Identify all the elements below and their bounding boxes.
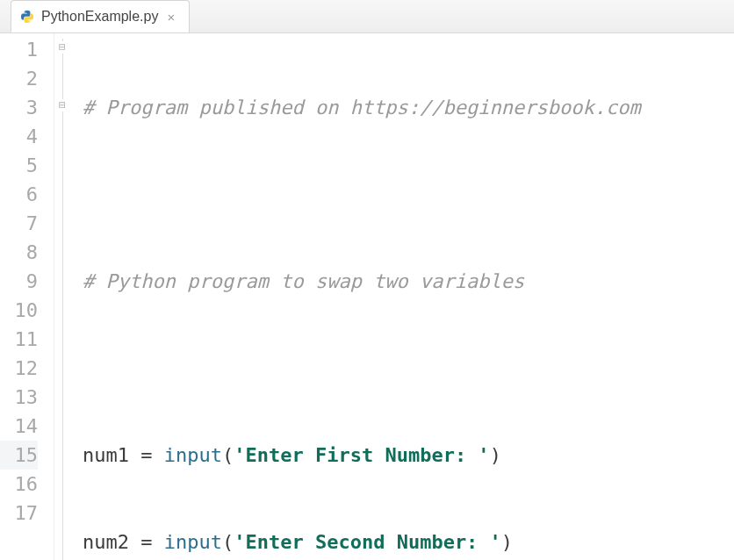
code-line: # Python program to swap two variables	[83, 267, 734, 296]
operator: =	[129, 444, 164, 466]
code-editor[interactable]: 1 2 3 4 5 6 7 8 9 10 11 12 13 14 15 16 1…	[0, 33, 734, 560]
line-number: 1	[0, 35, 38, 64]
fold-column: ⊟ ⊟	[54, 33, 72, 560]
line-number: 5	[0, 151, 38, 180]
paren: (	[222, 531, 234, 553]
tab-filename: PythonExample.py	[41, 9, 158, 25]
python-file-icon	[20, 10, 34, 24]
line-number: 8	[0, 238, 38, 267]
comment-text: # Python program to swap two variables	[83, 270, 524, 292]
code-line: # Program published on https://beginners…	[83, 93, 734, 122]
operator: =	[129, 531, 164, 553]
line-number: 16	[0, 470, 38, 499]
builtin-call: input	[164, 531, 222, 553]
line-number: 3	[0, 93, 38, 122]
tab-pythonexample[interactable]: PythonExample.py ×	[11, 0, 190, 32]
line-number: 17	[0, 499, 38, 528]
code-area[interactable]: # Program published on https://beginners…	[72, 33, 734, 560]
line-number: 6	[0, 180, 38, 209]
line-number: 7	[0, 209, 38, 238]
code-line: num2 = input('Enter Second Number: ')	[83, 528, 734, 556]
fold-toggle-icon[interactable]: ⊟	[56, 99, 68, 111]
fold-toggle-icon[interactable]: ⊟	[56, 41, 68, 54]
line-number: 2	[0, 64, 38, 93]
line-number: 15	[0, 441, 38, 470]
line-number-gutter: 1 2 3 4 5 6 7 8 9 10 11 12 13 14 15 16 1…	[0, 33, 54, 560]
line-number: 11	[0, 325, 38, 354]
line-number: 10	[0, 296, 38, 325]
tab-bar: PythonExample.py ×	[0, 0, 734, 33]
string-literal: 'Enter Second Number: '	[234, 531, 501, 553]
line-number: 13	[0, 383, 38, 412]
paren: )	[501, 531, 513, 553]
close-icon[interactable]: ×	[165, 10, 176, 25]
identifier: num2	[83, 531, 129, 553]
code-line	[83, 180, 734, 209]
paren: (	[222, 444, 234, 466]
comment-text: # Program published on https://beginners…	[83, 97, 641, 118]
paren: )	[490, 444, 501, 466]
line-number: 12	[0, 354, 38, 383]
code-line	[83, 354, 734, 383]
line-number: 9	[0, 267, 38, 296]
builtin-call: input	[164, 444, 222, 466]
fold-guide-line	[62, 39, 63, 560]
line-number: 14	[0, 412, 38, 441]
line-number: 4	[0, 122, 38, 151]
string-literal: 'Enter First Number: '	[234, 444, 489, 466]
identifier: num1	[83, 444, 129, 466]
code-line: num1 = input('Enter First Number: ')	[83, 441, 734, 470]
